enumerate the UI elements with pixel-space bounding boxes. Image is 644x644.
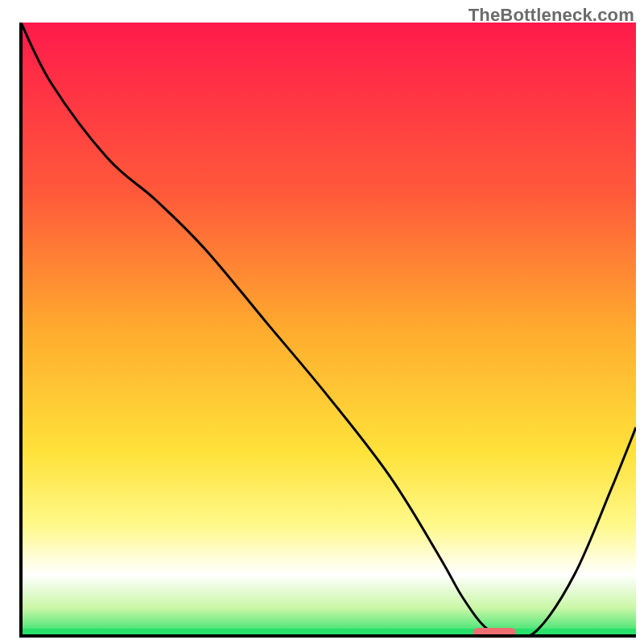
- plot-background: [21, 23, 636, 636]
- chart-container: TheBottleneck.com: [0, 0, 644, 644]
- bottleneck-chart: [0, 0, 644, 644]
- watermark-text: TheBottleneck.com: [469, 5, 634, 26]
